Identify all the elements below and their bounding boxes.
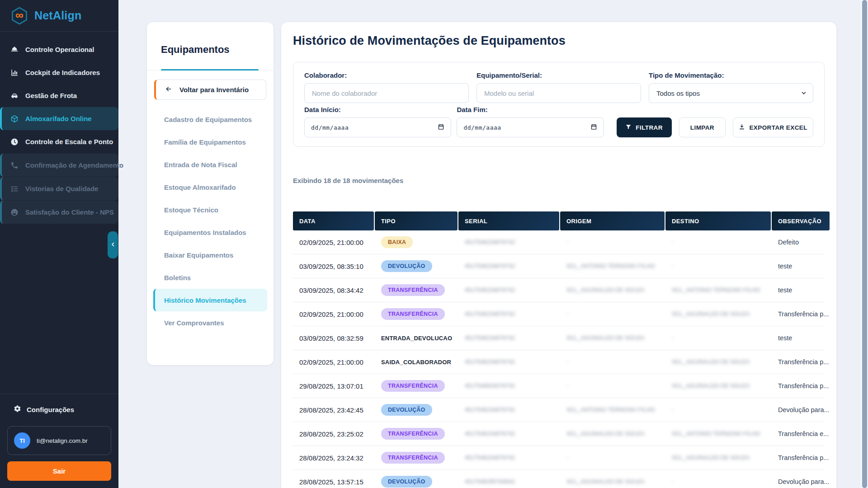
cell-destino: - [665,263,772,269]
cell-serial: 4517546234876742 [458,335,560,341]
sidebar-item-almoxarifado-online[interactable]: Almoxarifado Online [0,107,118,130]
panel-item-entrada-de-nota-fiscal[interactable]: Entrada de Nota Fiscal [153,153,267,176]
data-fim-label: Data Fim: [457,106,604,113]
tipo-select[interactable]: Todos os tipos [649,83,813,103]
tipo-label: Tipo de Movimentação: [649,71,813,79]
panel-item-estoque-tecnico[interactable]: Estoque Técnico [153,198,267,221]
sidebar-item-configuracoes[interactable]: Configurações [7,405,111,414]
cell-data: 29/08/2025, 13:07:01 [293,382,375,390]
cell-tipo: DEVOLUÇÃO [375,476,458,488]
netalign-logo-icon: ∞ [10,6,29,25]
table-row[interactable]: 28/08/2025, 13:57:15 DEVOLUÇÃO 451754629… [293,470,825,488]
cell-data: 03/09/2025, 08:34:42 [293,286,375,294]
cell-serial: 4517546234876742 [458,311,560,317]
gear-icon [14,405,21,414]
column-header-serial: SERIAL [458,211,559,230]
cell-destino: SCL_AGUINALDO DE SOUZA [665,383,772,389]
sidebar-item-satisfacao-do-cliente-nps[interactable]: Satisfação do Cliente - NPS [0,201,118,224]
cell-origem: - [560,455,665,461]
cell-serial: 4517546234876742 [458,287,560,293]
cell-origem: SCL_AGUINALDO DE SOUZA [560,431,665,437]
cell-origem: - [560,359,665,365]
data-inicio-placeholder: dd/mm/aaaa [311,124,349,131]
arrow-left-icon [165,85,172,94]
sidebar-item-controle-operacional[interactable]: Controle Operacional [0,38,118,61]
cell-tipo: DEVOLUÇÃO [375,260,458,272]
panel-item-boletins[interactable]: Boletins [153,266,267,289]
equipamento-input[interactable] [476,83,641,103]
cell-origem: - [560,239,665,245]
cell-tipo: TRANSFERÊNCIA [375,452,458,464]
sidebar-item-cockpit-de-indicadores[interactable]: Cockpit de Indicadores [0,61,118,84]
sidebar: ∞ NetAlign Controle Operacional Cockpit … [0,0,118,488]
sidebar-item-controle-de-escala-e-ponto[interactable]: Controle de Escala e Ponto [0,130,118,153]
cell-observacao: Transferência p... [772,454,830,461]
calendar-icon[interactable] [438,123,444,132]
cell-tipo: TRANSFERÊNCIA [375,284,458,296]
panel-item-baixar-equipamentos[interactable]: Baixar Equipamentos [153,244,267,266]
calendar-icon[interactable] [590,123,597,132]
back-to-inventory-button[interactable]: Voltar para Inventário [154,80,266,100]
cell-observacao: Transferência p... [772,382,830,389]
cell-data: 03/09/2025, 08:32:59 [293,334,375,342]
table-row[interactable]: 29/08/2025, 13:07:01 TRANSFERÊNCIA 45175… [293,374,825,398]
table-row[interactable]: 28/08/2025, 23:24:32 TRANSFERÊNCIA 45175… [293,446,825,470]
exportar-excel-button[interactable]: EXPORTAR EXCEL [733,117,813,137]
sidebar-collapse-button[interactable] [108,231,118,258]
cell-tipo: TRANSFERÊNCIA [375,380,458,392]
data-fim-placeholder: dd/mm/aaaa [463,124,501,131]
table-row[interactable]: 02/09/2025, 21:00:00 SAIDA_COLABORADOR 4… [293,350,825,374]
table-row[interactable]: 02/09/2025, 21:00:00 TRANSFERÊNCIA 45175… [293,302,825,326]
colaborador-input[interactable] [304,83,469,103]
cell-data: 02/09/2025, 21:00:00 [293,239,375,246]
sidebar-item-gestao-de-frota[interactable]: Gestão de Frota [0,84,118,107]
filter-tipo: Tipo de Movimentação: Todos os tipos [649,71,813,103]
panel-item-equipamentos-instalados[interactable]: Equipamentos Instalados [153,221,267,244]
sidebar-item-confirmacao-de-agendamento[interactable]: Confirmação de Agendamento [0,154,118,177]
filtrar-button[interactable]: FILTRAR [617,117,672,137]
panel-divider [147,69,274,70]
avatar: TI [14,432,30,449]
scrollbar-thumb[interactable] [862,0,867,488]
cell-serial: 4517546234876742 [458,359,560,365]
logout-button[interactable]: Sair [7,461,111,481]
panel-item-familia-de-equipamentos[interactable]: Família de Equipamentos [153,131,267,153]
filter-data-fim: Data Fim: dd/mm/aaaa [457,106,604,137]
cell-destino: SCL_AGUINALDO DE SOUZA [665,455,772,461]
cell-origem: SCL_AGUINALDO DE SOUZA [560,335,665,341]
limpar-button[interactable]: LIMPAR [679,117,726,137]
cell-origem: - [560,383,665,389]
sidebar-item-vistorias-de-qualidade[interactable]: Vistorias de Qualidade [0,177,118,200]
panel-item-historico-movimentacoes[interactable]: Histórico Movimentações [153,289,267,311]
panel-item-cadastro-de-equipamentos[interactable]: Cadastro de Equipamentos [153,108,267,131]
table-row[interactable]: 03/09/2025, 08:35:10 DEVOLUÇÃO 451754623… [293,254,825,278]
cell-data: 28/08/2025, 23:24:32 [293,454,375,462]
data-fim-input[interactable]: dd/mm/aaaa [457,117,604,137]
cell-destino: - [665,407,772,413]
cell-observacao: Transferência e... [772,430,830,437]
infinity-icon: ∞ [15,9,24,21]
table-row[interactable]: 02/09/2025, 21:00:00 BAIXA 4517546234876… [293,230,825,254]
cell-destino: SCL_ANTONIO TERNOSKI FILHO [665,431,772,437]
clock-icon [10,137,19,146]
table-row[interactable]: 28/08/2025, 23:42:45 DEVOLUÇÃO 451754623… [293,398,825,422]
table-row[interactable]: 03/09/2025, 08:32:59 ENTRADA_DEVOLUCAO 4… [293,326,825,350]
panel-menu: Cadastro de EquipamentosFamília de Equip… [147,108,274,334]
table-body: 02/09/2025, 21:00:00 BAIXA 4517546234876… [293,230,825,488]
cell-tipo: BAIXA [375,236,458,248]
column-header-origem: ORIGEM [560,211,665,230]
cell-observacao: Devolução para... [772,406,830,413]
cell-serial: 4517546234876742 [458,455,560,461]
checklist-icon [10,184,19,193]
table-row[interactable]: 03/09/2025, 08:34:42 TRANSFERÊNCIA 45175… [293,278,825,302]
cell-data: 02/09/2025, 21:00:00 [293,358,375,366]
cell-origem: SCL_AGUINALDO DE SOUZA [560,287,665,293]
cell-serial: 4517546234876742 [458,407,560,413]
user-card[interactable]: TI ti@netalign.com.br [7,426,111,455]
data-inicio-input[interactable]: dd/mm/aaaa [304,117,451,137]
page-scrollbar[interactable] [861,0,868,488]
table-row[interactable]: 28/08/2025, 23:25:02 TRANSFERÊNCIA 45175… [293,422,825,446]
panel-item-ver-comprovantes[interactable]: Ver Comprovantes [153,311,267,334]
panel-item-estoque-almoxarifado[interactable]: Estoque Almoxarifado [153,176,267,198]
cell-tipo: ENTRADA_DEVOLUCAO [375,334,458,342]
